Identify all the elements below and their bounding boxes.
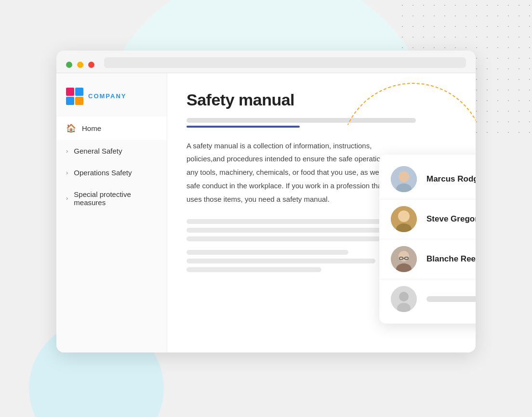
traffic-light-red[interactable] [88, 62, 94, 68]
people-card: Marcus Rodgers Steve Gregory [379, 155, 476, 324]
sidebar-item-special-protective[interactable]: › Special protective measures [56, 183, 167, 213]
svg-rect-3 [75, 97, 83, 105]
svg-point-11 [399, 251, 409, 261]
svg-rect-1 [75, 88, 83, 96]
page-title: Safety manual [186, 91, 456, 109]
home-icon: 🏠 [66, 123, 76, 133]
chevron-icon-general: › [66, 147, 68, 155]
avatar-img-steve [391, 206, 417, 232]
sidebar-item-special-protective-label: Special protective measures [74, 190, 157, 207]
url-bar[interactable] [104, 57, 466, 68]
person-name-unknown-bar [426, 296, 476, 302]
avatar-img-marcus [391, 166, 417, 192]
svg-rect-0 [66, 88, 74, 96]
chevron-icon-operations: › [66, 169, 68, 176]
person-row-blanche: Blanche Reeves [379, 239, 476, 279]
browser-body: COMPANY 🏠 Home › General Safety › Operat… [56, 73, 476, 352]
content-skeleton-bar-top [186, 118, 416, 123]
traffic-light-yellow[interactable] [77, 62, 83, 68]
progress-indicator [186, 126, 300, 128]
main-paragraph: A safety manual is a collection of infor… [186, 139, 399, 206]
avatar-blanche [391, 246, 417, 272]
content-line-6 [186, 267, 321, 272]
main-content: Safety manual A safety manual is a colle… [167, 73, 476, 352]
browser-chrome [56, 51, 476, 73]
svg-point-17 [399, 292, 409, 301]
sidebar-item-home-label: Home [82, 124, 101, 132]
person-name-steve: Steve Gregory [426, 214, 476, 224]
sidebar-item-general-safety-label: General Safety [74, 147, 122, 155]
chevron-icon-special: › [66, 195, 68, 202]
avatar-marcus [391, 166, 417, 192]
logo-area: COMPANY [56, 83, 167, 117]
content-line-5 [186, 259, 375, 263]
avatar-steve [391, 206, 417, 232]
avatar-unknown [391, 286, 417, 312]
person-name-marcus: Marcus Rodgers [426, 174, 476, 184]
person-name-blanche: Blanche Reeves [426, 254, 476, 264]
sidebar-item-general-safety[interactable]: › General Safety [56, 140, 167, 162]
content-line-4 [186, 250, 348, 255]
person-row-steve: Steve Gregory [379, 199, 476, 239]
svg-point-8 [398, 210, 410, 222]
svg-point-5 [399, 171, 409, 182]
company-name: COMPANY [88, 92, 126, 100]
sidebar-item-operations-safety[interactable]: › Operations Safety [56, 162, 167, 183]
sidebar-item-home[interactable]: 🏠 Home [56, 117, 167, 140]
svg-rect-2 [66, 97, 74, 105]
traffic-light-green[interactable] [66, 62, 72, 68]
sidebar: COMPANY 🏠 Home › General Safety › Operat… [56, 73, 167, 352]
person-row-marcus: Marcus Rodgers [379, 159, 476, 199]
sidebar-item-operations-safety-label: Operations Safety [74, 169, 132, 177]
browser-window: COMPANY 🏠 Home › General Safety › Operat… [56, 51, 476, 352]
avatar-img-unknown [391, 286, 417, 312]
avatar-img-blanche [391, 246, 417, 272]
person-row-unknown [379, 279, 476, 319]
logo-icon [66, 88, 83, 105]
